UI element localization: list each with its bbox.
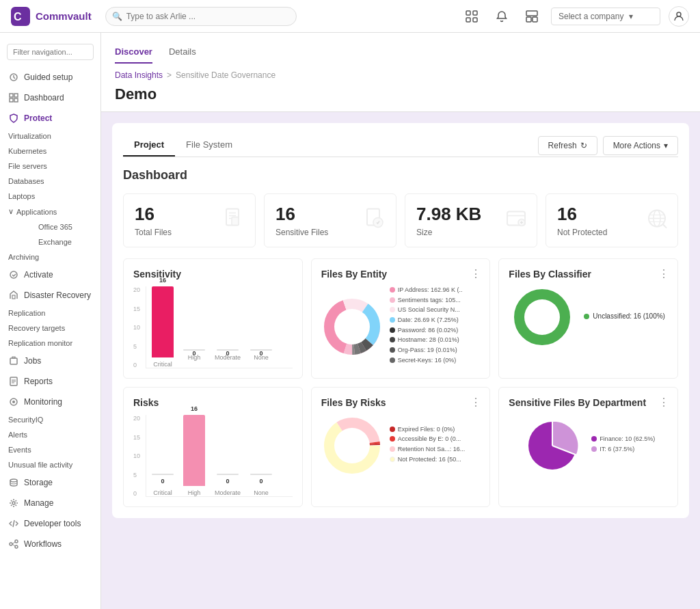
classifier-legend: Unclassified: 16 (100%) [584, 312, 665, 322]
sidebar-item-dashboard[interactable]: Dashboard [0, 87, 100, 108]
bar-critical: 16 Critical [152, 286, 174, 368]
tab-details[interactable]: Details [169, 40, 196, 64]
company-selector[interactable]: Select a company ▾ [551, 8, 660, 25]
breadcrumb-separator: > [167, 70, 172, 80]
sidebar-item-replication[interactable]: Replication [0, 306, 100, 321]
files-risks-title: Files By Risks [321, 397, 481, 408]
sensitive-dept-content: Finance: 10 (62.5%) IT: 6 (37.5%) [509, 415, 668, 476]
risks-label-none: None [254, 489, 269, 496]
search-box: 🔍 [105, 7, 297, 26]
y-label: 0 [133, 362, 140, 368]
sidebar-item-applications[interactable]: ∨ Applications [0, 204, 100, 219]
svg-rect-12 [14, 94, 18, 97]
sidebar-item-unusual-file[interactable]: Unusual file activity [0, 457, 100, 472]
risks-value-critical: 0 [161, 478, 165, 485]
sidebar-item-replication-monitor[interactable]: Replication monitor [0, 336, 100, 351]
svg-rect-16 [12, 295, 15, 299]
files-risks-donut [321, 415, 383, 476]
sidebar-item-protect[interactable]: Protect [0, 108, 100, 128]
files-entity-content: IP Address: 162.96 K (.. Sentiments tags… [321, 286, 481, 367]
sidebar-item-events[interactable]: Events [0, 442, 100, 457]
files-classifier-title: Files By Classifier [509, 269, 668, 280]
svg-rect-5 [473, 18, 477, 22]
protect-icon [8, 113, 19, 124]
sub-tabs: Project File System Refresh ↻ More Actio… [123, 134, 678, 157]
sidebar-label-guided-setup: Guided setup [24, 72, 72, 82]
breadcrumb-current: Sensitive Date Governance [176, 70, 275, 80]
stat-card-not-protected: 16 Not Protected [546, 193, 678, 247]
svg-rect-17 [10, 358, 17, 364]
disaster-recovery-icon [8, 290, 19, 301]
content-card: Project File System Refresh ↻ More Actio… [112, 123, 689, 518]
sidebar-item-storage[interactable]: Storage [0, 472, 100, 493]
sidebar-item-developer-tools[interactable]: Developer tools [0, 513, 100, 534]
bar-high: High 0 [183, 286, 205, 368]
grid-icon[interactable] [461, 5, 483, 27]
sidebar-item-workflows[interactable]: Workflows [0, 534, 100, 554]
sidebar-item-kubernetes[interactable]: Kubernetes [0, 144, 100, 159]
sidebar-item-file-servers[interactable]: File servers [0, 159, 100, 174]
guided-setup-icon [8, 72, 19, 83]
sidebar: Guided setup Dashboard Protect Virtualiz… [0, 33, 101, 609]
files-classifier-donut [511, 286, 573, 348]
sidebar-item-manage[interactable]: Manage [0, 493, 100, 513]
svg-point-25 [12, 502, 15, 504]
sensitive-files-dept-card: Sensitive Files By Department ⋮ [498, 387, 678, 507]
bar-value-none: 0 [260, 350, 263, 357]
svg-point-24 [10, 479, 17, 482]
search-input[interactable] [105, 7, 297, 26]
svg-point-26 [10, 543, 12, 545]
sidebar-item-security-iq[interactable]: SecurityIQ [0, 412, 100, 427]
svg-rect-11 [10, 94, 13, 97]
sub-tab-file-system[interactable]: File System [175, 134, 243, 157]
breadcrumb: Data Insights > Sensitive Date Governanc… [115, 64, 686, 83]
more-actions-button[interactable]: More Actions ▾ [603, 136, 678, 155]
files-by-classifier-card: Files By Classifier ⋮ Unclassified: 16 (… [498, 258, 678, 379]
tab-discover[interactable]: Discover [115, 40, 152, 64]
sidebar-item-jobs[interactable]: Jobs [0, 351, 100, 371]
breadcrumb-parent[interactable]: Data Insights [115, 70, 163, 80]
sidebar-item-exchange[interactable]: Exchange [30, 234, 100, 249]
stat-card-size: 7.98 KB Size [405, 193, 537, 247]
sensitive-dept-title: Sensitive Files By Department [509, 397, 668, 408]
sidebar-item-archiving[interactable]: Archiving [0, 249, 100, 265]
files-classifier-content: Unclassified: 16 (100%) [509, 286, 668, 348]
sidebar-item-activate[interactable]: Activate [0, 265, 100, 285]
developer-tools-icon [8, 518, 19, 529]
page-header: Discover Details Data Insights > Sensiti… [101, 33, 700, 112]
sidebar-filter-input[interactable] [7, 44, 94, 60]
files-by-risks-card: Files By Risks ⋮ Expired File [311, 387, 491, 507]
main-content: Discover Details Data Insights > Sensiti… [101, 33, 700, 609]
sidebar-item-databases[interactable]: Databases [0, 174, 100, 189]
bar-value-high: 0 [193, 350, 196, 357]
risks-chart-card: Risks 20 15 10 5 0 [123, 387, 303, 507]
app-logo[interactable]: C Commvault [11, 7, 92, 26]
refresh-button[interactable]: Refresh ↻ [538, 136, 597, 155]
sub-tab-project[interactable]: Project [123, 134, 175, 157]
sidebar-item-guided-setup[interactable]: Guided setup [0, 67, 100, 87]
bell-icon[interactable] [491, 5, 513, 27]
sensitive-dept-menu[interactable]: ⋮ [658, 396, 669, 409]
risks-label-moderate: Moderate [215, 489, 241, 496]
top-charts-row: Sensitivity 20 15 10 5 0 [123, 258, 678, 379]
svg-point-50 [334, 309, 370, 344]
layout-icon[interactable] [521, 5, 543, 27]
files-risks-menu[interactable]: ⋮ [470, 396, 481, 409]
sensitivity-chart-title: Sensitivity [133, 269, 293, 280]
sidebar-item-disaster-recovery[interactable]: Disaster Recovery [0, 285, 100, 306]
sidebar-item-office365[interactable]: Office 365 [30, 219, 100, 234]
chevron-down-icon: ▾ [664, 141, 668, 150]
sidebar-item-alerts[interactable]: Alerts [0, 427, 100, 442]
user-avatar[interactable] [669, 6, 689, 27]
sidebar-item-laptops[interactable]: Laptops [0, 189, 100, 204]
sidebar-item-monitoring[interactable]: Monitoring [0, 392, 100, 412]
sidebar-label-activate: Activate [24, 270, 53, 280]
files-entity-menu[interactable]: ⋮ [470, 267, 481, 280]
chevron-down-icon: ▾ [629, 12, 633, 21]
sidebar-item-virtualization[interactable]: Virtualization [0, 128, 100, 144]
sidebar-item-recovery-targets[interactable]: Recovery targets [0, 321, 100, 336]
search-icon: 🔍 [112, 12, 122, 21]
risks-bar-high: 16 High [183, 415, 205, 496]
files-classifier-menu[interactable]: ⋮ [658, 267, 669, 280]
sidebar-item-reports[interactable]: Reports [0, 371, 100, 392]
